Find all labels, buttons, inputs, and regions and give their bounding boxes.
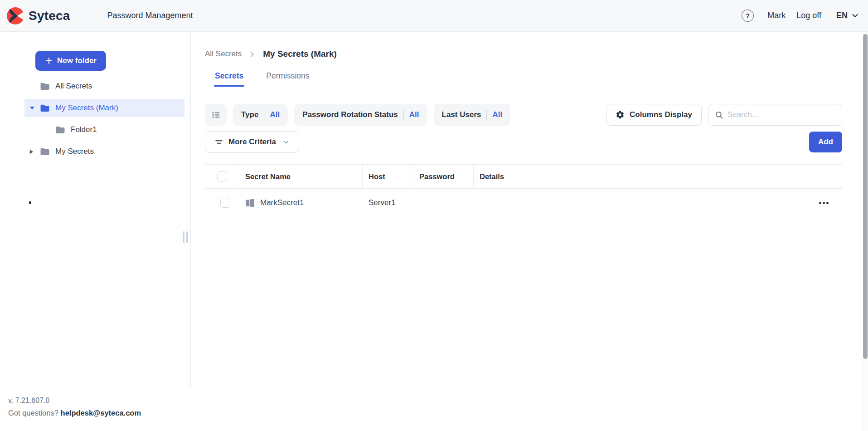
sidebar-item-all-secrets[interactable]: All Secrets	[0, 77, 190, 95]
add-button[interactable]: Add	[809, 132, 842, 152]
sidebar-item-my-secrets-mark[interactable]: My Secrets (Mark)	[24, 99, 184, 117]
user-name: Mark	[767, 11, 786, 20]
footer: v. 7.21.607.0 Got questions? helpdesk@sy…	[0, 387, 191, 431]
secret-details	[474, 199, 842, 207]
chevron-right-icon	[248, 50, 256, 58]
criteria-row: More Criteria Add	[205, 131, 842, 153]
folder-icon	[40, 104, 50, 112]
more-criteria-button[interactable]: More Criteria	[205, 131, 299, 153]
search-container	[708, 104, 842, 126]
breadcrumb-all-secrets[interactable]: All Secrets	[205, 49, 242, 59]
page-title: Password Management	[107, 11, 193, 20]
folder-tree-panel: New folder All Secrets My Secrets (Mark)	[0, 32, 191, 387]
helpdesk-email-link[interactable]: helpdesk@syteca.com	[61, 409, 141, 417]
row-menu-button[interactable]	[818, 199, 829, 207]
tab-permissions[interactable]: Permissions	[265, 71, 310, 87]
secret-name: MarkSecret1	[260, 198, 304, 207]
folder-tree: All Secrets My Secrets (Mark) Folder1	[0, 77, 190, 161]
row-checkbox[interactable]	[220, 198, 230, 208]
secrets-table: Secret Name Host Password Details MarkSe…	[205, 164, 842, 217]
breadcrumb-current: My Secrets (Mark)	[263, 49, 337, 59]
filter-toolbar: Type All Password Rotation Status All La…	[205, 104, 842, 126]
filter-last-users-value[interactable]: All	[492, 110, 502, 119]
main-content: All Secrets My Secrets (Mark) Secrets Pe…	[191, 32, 868, 431]
column-header-secret-name: Secret Name	[239, 165, 363, 188]
filter-type-value[interactable]: All	[270, 110, 280, 119]
table-header-row: Secret Name Host Password Details	[205, 164, 842, 189]
folder-icon	[40, 147, 50, 156]
filter-rotation-value[interactable]: All	[409, 110, 419, 119]
logoff-button[interactable]: Log off	[796, 11, 821, 20]
chevron-down-icon	[282, 138, 290, 146]
column-header-details: Details	[474, 165, 842, 188]
sidebar-item-label: My Secrets	[55, 147, 94, 156]
language-selector[interactable]: EN	[836, 11, 859, 20]
help-icon[interactable]: ?	[742, 10, 754, 22]
sidebar-resize-handle[interactable]	[183, 231, 188, 243]
questions-label: Got questions?	[8, 409, 58, 417]
tabs-bar: Secrets Permissions	[205, 71, 842, 87]
folder-icon	[55, 126, 65, 134]
windows-icon	[245, 198, 255, 208]
filter-chip-last-users[interactable]: Last Users All	[434, 104, 511, 126]
sidebar-item-folder1[interactable]: Folder1	[0, 121, 190, 139]
stray-dot	[29, 201, 31, 204]
breadcrumb: All Secrets My Secrets (Mark)	[205, 49, 842, 59]
sidebar-item-label: All Secrets	[55, 82, 92, 91]
plus-icon	[45, 57, 53, 65]
helpdesk-line: Got questions? helpdesk@syteca.com	[8, 409, 191, 417]
search-icon	[715, 111, 723, 119]
new-folder-button[interactable]: New folder	[35, 51, 106, 71]
version-label: v. 7.21.607.0	[8, 397, 191, 405]
caret-right-icon[interactable]	[28, 148, 34, 155]
list-icon	[211, 110, 221, 120]
folder-icon	[40, 82, 50, 90]
sidebar-item-label: Folder1	[71, 125, 97, 134]
gear-icon	[616, 110, 625, 119]
filter-chip-type[interactable]: Type All	[233, 104, 288, 126]
brand-logo[interactable]: Syteca	[6, 7, 70, 25]
column-header-password: Password	[413, 165, 474, 188]
table-row[interactable]: MarkSecret1 Server1	[205, 189, 842, 217]
column-header-host: Host	[363, 165, 413, 188]
top-bar: Syteca Password Management ? Mark Log of…	[0, 0, 868, 32]
brand-name: Syteca	[29, 9, 70, 23]
language-code: EN	[836, 11, 848, 20]
scrollbar-thumb[interactable]	[863, 34, 868, 359]
columns-display-button[interactable]: Columns Display	[606, 104, 702, 126]
sidebar-item-label: My Secrets (Mark)	[55, 103, 118, 113]
caret-down-icon[interactable]	[29, 105, 35, 111]
search-input[interactable]	[727, 110, 835, 119]
sidebar: New folder All Secrets My Secrets (Mark)	[0, 32, 191, 431]
chevron-down-icon	[851, 12, 859, 20]
filter-chip-password-rotation-status[interactable]: Password Rotation Status All	[294, 104, 427, 126]
select-all-checkbox[interactable]	[217, 171, 227, 181]
tab-secrets[interactable]: Secrets	[214, 71, 244, 87]
syteca-logo-icon	[6, 7, 24, 25]
list-view-button[interactable]	[205, 104, 227, 126]
sidebar-item-my-secrets[interactable]: My Secrets	[0, 142, 190, 161]
filter-lines-icon	[214, 137, 223, 147]
secret-host: Server1	[363, 198, 413, 207]
